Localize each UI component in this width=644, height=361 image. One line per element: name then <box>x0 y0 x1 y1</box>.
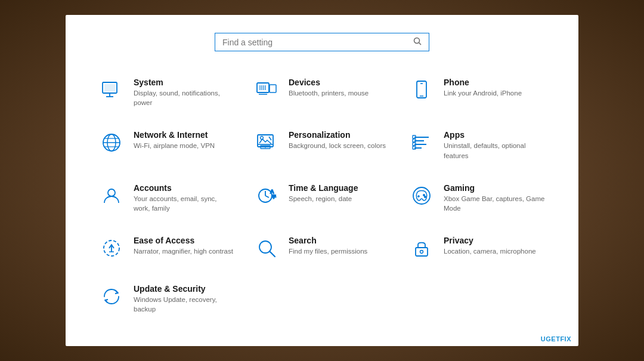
time-icon: A 字 <box>254 183 279 208</box>
search-setting-desc: Find my files, permissions <box>289 246 367 256</box>
gaming-title: Gaming <box>444 183 545 193</box>
accounts-title: Accounts <box>134 183 235 193</box>
phone-text: Phone Link your Android, iPhone <box>444 78 522 98</box>
search-input[interactable] <box>222 38 413 47</box>
update-desc: Windows Update, recovery, backup <box>134 295 235 314</box>
settings-window: System Display, sound, notifications, po… <box>66 15 578 346</box>
privacy-text: Privacy Location, camera, microphone <box>444 236 536 256</box>
ease-icon <box>99 236 124 261</box>
update-text: Update & Security Windows Update, recove… <box>134 284 235 314</box>
time-desc: Speech, region, date <box>289 194 358 203</box>
time-text: Time & Language Speech, region, date <box>289 183 358 203</box>
svg-line-50 <box>270 251 275 257</box>
svg-rect-51 <box>416 248 428 256</box>
setting-item-gaming[interactable]: Gaming Xbox Game Bar, captures, Game Mod… <box>400 175 555 227</box>
svg-point-52 <box>420 251 423 254</box>
apps-title: Apps <box>444 130 545 140</box>
system-icon <box>99 78 124 103</box>
network-icon <box>99 130 124 155</box>
svg-line-23 <box>269 137 271 140</box>
gaming-text: Gaming Xbox Game Bar, captures, Game Mod… <box>444 183 545 213</box>
ease-desc: Narrator, magnifier, high contrast <box>134 246 233 256</box>
personalization-text: Personalization Background, lock screen,… <box>289 130 386 150</box>
phone-icon <box>409 78 434 103</box>
gaming-icon <box>409 183 434 208</box>
privacy-title: Privacy <box>444 236 536 245</box>
time-title: Time & Language <box>289 183 358 193</box>
setting-item-update[interactable]: Update & Security Windows Update, recove… <box>89 276 244 328</box>
setting-item-system[interactable]: System Display, sound, notifications, po… <box>89 69 244 122</box>
svg-line-1 <box>419 43 422 45</box>
search-bar-container <box>215 33 429 51</box>
svg-text:A: A <box>270 189 274 195</box>
devices-icon <box>254 78 279 103</box>
setting-item-ease[interactable]: Ease of Access Narrator, magnifier, high… <box>89 227 244 275</box>
ease-title: Ease of Access <box>134 236 233 245</box>
gaming-desc: Xbox Game Bar, captures, Game Mode <box>444 194 545 213</box>
network-text: Network & Internet Wi-Fi, airplane mode,… <box>134 130 215 150</box>
svg-point-35 <box>108 189 115 196</box>
setting-item-phone[interactable]: Phone Link your Android, iPhone <box>400 69 555 122</box>
svg-rect-5 <box>104 84 115 91</box>
setting-item-search[interactable]: Search Find my files, permissions <box>244 227 400 275</box>
svg-point-0 <box>414 38 420 44</box>
devices-text: Devices Bluetooth, printers, mouse <box>289 78 369 98</box>
accounts-desc: Your accounts, email, sync, work, family <box>134 194 235 213</box>
search-bar[interactable] <box>215 33 429 51</box>
setting-item-network[interactable]: Network & Internet Wi-Fi, airplane mode,… <box>89 122 244 174</box>
phone-title: Phone <box>444 78 522 87</box>
apps-icon <box>409 130 434 155</box>
personalization-desc: Background, lock screen, colors <box>289 141 386 150</box>
accounts-icon <box>99 183 124 208</box>
update-icon <box>99 284 124 309</box>
svg-point-45 <box>425 196 426 198</box>
devices-title: Devices <box>289 78 369 87</box>
privacy-icon <box>409 236 434 261</box>
personalization-title: Personalization <box>289 130 386 140</box>
setting-item-devices[interactable]: Devices Bluetooth, printers, mouse <box>244 69 400 122</box>
personalization-icon <box>254 130 279 155</box>
setting-item-personalization[interactable]: Personalization Background, lock screen,… <box>244 122 400 174</box>
system-text: System Display, sound, notifications, po… <box>134 78 235 107</box>
setting-item-time[interactable]: A 字 Time & Language Speech, region, date <box>244 175 400 227</box>
svg-point-41 <box>413 187 430 204</box>
svg-line-38 <box>265 196 269 198</box>
update-title: Update & Security <box>134 284 235 294</box>
accounts-text: Accounts Your accounts, email, sync, wor… <box>134 183 235 213</box>
network-desc: Wi-Fi, airplane mode, VPN <box>134 141 215 150</box>
system-desc: Display, sound, notifications, power <box>134 88 235 107</box>
svg-text:字: 字 <box>272 195 276 199</box>
apps-text: Apps Uninstall, defaults, optional featu… <box>444 130 545 160</box>
devices-desc: Bluetooth, printers, mouse <box>289 88 369 98</box>
svg-point-24 <box>261 137 264 140</box>
svg-point-44 <box>423 195 425 196</box>
settings-grid: System Display, sound, notifications, po… <box>89 69 555 328</box>
svg-rect-7 <box>270 85 276 92</box>
search-setting-text: Search Find my files, permissions <box>289 236 367 256</box>
search-icon <box>413 37 422 47</box>
search-setting-title: Search <box>289 236 367 245</box>
watermark: UGETFIX <box>541 335 571 343</box>
phone-desc: Link your Android, iPhone <box>444 88 522 98</box>
setting-item-accounts[interactable]: Accounts Your accounts, email, sync, wor… <box>89 175 244 227</box>
ease-text: Ease of Access Narrator, magnifier, high… <box>134 236 233 256</box>
svg-rect-21 <box>258 135 273 147</box>
svg-rect-6 <box>257 83 269 92</box>
apps-desc: Uninstall, defaults, optional features <box>444 141 545 160</box>
search-setting-icon <box>254 236 279 261</box>
setting-item-apps[interactable]: Apps Uninstall, defaults, optional featu… <box>400 122 555 174</box>
network-title: Network & Internet <box>134 130 215 140</box>
system-title: System <box>134 78 235 87</box>
setting-item-privacy[interactable]: Privacy Location, camera, microphone <box>400 227 555 275</box>
privacy-desc: Location, camera, microphone <box>444 246 536 256</box>
